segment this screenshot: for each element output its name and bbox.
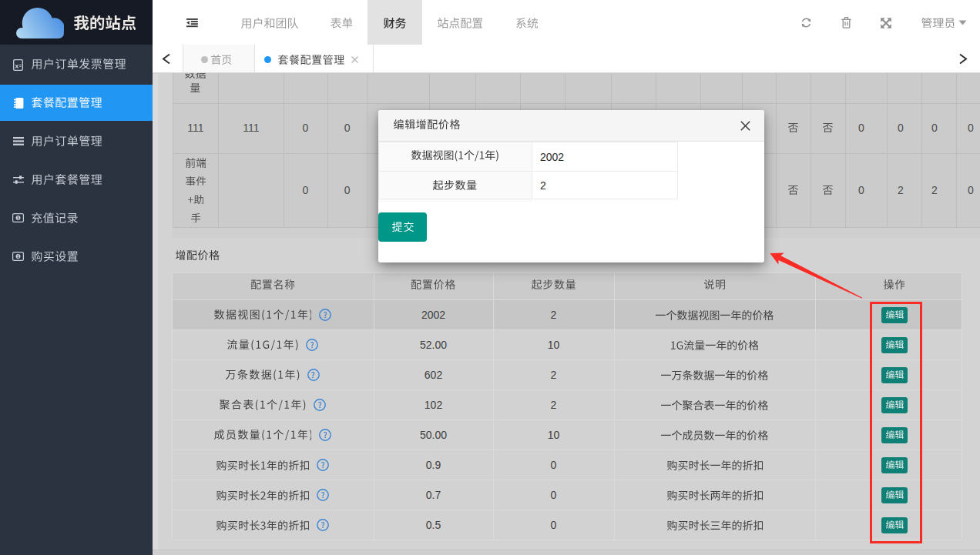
- svg-text:1: 1: [17, 216, 19, 220]
- svg-text:1: 1: [17, 254, 19, 259]
